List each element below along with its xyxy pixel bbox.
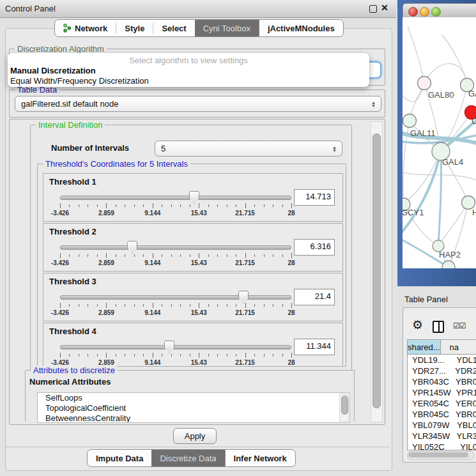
tab-discretize-data[interactable]: Discretize Data bbox=[151, 450, 224, 466]
node-bottom-partial[interactable] bbox=[442, 261, 455, 268]
numerical-attributes-list[interactable]: SelfLoopsTopologicalCoefficientBetweenne… bbox=[37, 392, 350, 423]
control-panel-titlebar: Control Panel bbox=[0, 0, 396, 18]
close-traffic-light-icon[interactable] bbox=[408, 7, 418, 17]
table-row[interactable]: YLR345WYLR3 bbox=[408, 431, 476, 441]
slider-track[interactable] bbox=[60, 245, 291, 250]
table-row[interactable]: YBR043CYBR0 bbox=[408, 376, 476, 387]
threshold-4-value-field[interactable]: 11.344 bbox=[294, 339, 335, 355]
close-icon[interactable]: ✕ bbox=[381, 3, 388, 13]
apply-button[interactable]: Apply bbox=[173, 428, 217, 444]
minimize-traffic-light-icon[interactable] bbox=[420, 7, 429, 17]
svg-text:HAP2: HAP2 bbox=[439, 250, 461, 259]
column-header-name[interactable]: na bbox=[441, 340, 476, 354]
zoom-traffic-light-icon[interactable] bbox=[431, 7, 441, 17]
table-hscrollbar-thumb[interactable] bbox=[408, 452, 468, 457]
threshold-1-panel: Threshold 1 -3.4262.8599.14415.4321.7152… bbox=[43, 173, 343, 222]
divider bbox=[6, 447, 390, 447]
columns-icon[interactable] bbox=[433, 321, 444, 333]
tab-network-label: Network bbox=[75, 24, 107, 33]
settings-scrollbar-thumb[interactable] bbox=[372, 134, 381, 408]
attribute-list-item[interactable]: TopologicalCoefficient bbox=[38, 403, 349, 413]
tab-infer-network[interactable]: Infer Network bbox=[225, 450, 295, 466]
slider-thumb[interactable] bbox=[238, 291, 249, 303]
svg-text:GA: GA bbox=[468, 89, 476, 98]
slider-thumb[interactable] bbox=[189, 191, 199, 204]
table-panel: ⚙ ☑☑ shared... na YDL19...YDL1YDR27...YD… bbox=[403, 307, 476, 463]
slider-ruler bbox=[60, 303, 291, 309]
settings-scroll-pane: Interval Definition Number of Intervals … bbox=[9, 119, 385, 425]
attribute-list-item[interactable]: BetweennessCentrality bbox=[38, 413, 349, 423]
threshold-3-value-field[interactable]: 21.4 bbox=[294, 289, 335, 305]
stepper-arrows-icon: ▲▼ bbox=[371, 101, 376, 107]
svg-text:H: H bbox=[472, 208, 476, 217]
threshold-4-slider[interactable]: -3.4262.8599.14415.4321.71528 bbox=[60, 340, 291, 365]
threshold-4-panel: Threshold 4 -3.4262.8599.14415.4321.7152… bbox=[43, 323, 343, 365]
threshold-1-slider[interactable]: -3.4262.8599.14415.4321.71528 bbox=[60, 190, 291, 216]
slider-ruler bbox=[60, 253, 291, 259]
gear-icon[interactable]: ⚙ bbox=[412, 319, 423, 331]
tab-network[interactable]: Network bbox=[55, 20, 116, 36]
popup-item-manual-discretization[interactable]: Manual Discretization bbox=[10, 66, 96, 75]
threshold-1-label: Threshold 1 bbox=[49, 177, 96, 187]
group-title-interval-definition: Interval Definition bbox=[36, 120, 105, 130]
node-table[interactable]: shared... na YDL19...YDL1YDR27...YDR2YBR… bbox=[407, 339, 476, 450]
table-row[interactable]: YIL052CYIL0 bbox=[408, 441, 476, 450]
column-header-shared-name[interactable]: shared... bbox=[408, 340, 441, 354]
table-row[interactable]: YBL079WYBL0 bbox=[408, 420, 476, 431]
slider-track[interactable] bbox=[60, 196, 291, 200]
svg-text:GAL11: GAL11 bbox=[410, 128, 436, 138]
tab-select[interactable]: Select bbox=[153, 20, 194, 36]
node-gal11[interactable] bbox=[403, 114, 417, 128]
slider-tick-labels: -3.4262.8599.14415.4321.71528 bbox=[60, 259, 291, 266]
attributes-group: Attributes to discretize Numerical Attri… bbox=[25, 370, 355, 422]
slider-thumb[interactable] bbox=[164, 341, 174, 353]
popup-item-equal-width-frequency[interactable]: Equal Width/Frequency Discretization bbox=[10, 76, 149, 86]
control-panel-tabs: Network Style Select Cyni Toolbox jActiv… bbox=[54, 19, 344, 37]
table-row[interactable]: YPR145WYPR1 bbox=[408, 387, 476, 398]
group-title-attributes: Attributes to discretize bbox=[31, 365, 118, 375]
threshold-2-value-field[interactable]: 6.316 bbox=[294, 239, 335, 256]
list-scrollbar[interactable] bbox=[339, 394, 349, 422]
svg-text:C: C bbox=[472, 116, 476, 126]
tab-cyni-toolbox[interactable]: Cyni Toolbox bbox=[195, 20, 259, 36]
threshold-2-slider[interactable]: -3.4262.8599.14415.4321.71528 bbox=[60, 240, 291, 266]
threshold-1-value-field[interactable]: 14.713 bbox=[294, 189, 335, 206]
thresholds-group: Threshold's Coordinates for 5 Intervals … bbox=[37, 164, 346, 367]
slider-tick-labels: -3.4262.8599.14415.4321.71528 bbox=[60, 210, 291, 216]
attribute-list-item[interactable]: SelfLoops bbox=[38, 393, 349, 403]
threshold-3-slider[interactable]: -3.4262.8599.14415.4321.71528 bbox=[60, 290, 291, 316]
group-title-discretization-algorithm: Discretization Algorithm bbox=[15, 44, 107, 54]
numerical-attributes-label: Numerical Attributes bbox=[29, 377, 111, 387]
slider-ruler bbox=[60, 203, 291, 209]
list-scrollbar-thumb[interactable] bbox=[341, 395, 348, 415]
settings-scrollbar[interactable] bbox=[371, 121, 383, 422]
slider-track[interactable] bbox=[60, 295, 291, 300]
table-hscrollbar[interactable] bbox=[407, 451, 474, 460]
table-row[interactable]: YER054CYER0 bbox=[408, 398, 476, 409]
slider-track[interactable] bbox=[60, 345, 291, 349]
threshold-2-panel: Threshold 2 -3.4262.8599.14415.4321.7152… bbox=[43, 223, 343, 272]
slider-thumb[interactable] bbox=[127, 241, 137, 254]
table-panel-title: Table Panel bbox=[404, 295, 448, 304]
node-gal80[interactable] bbox=[418, 77, 431, 90]
table-body: YDL19...YDL1YDR27...YDR2YBR043CYBR0YPR14… bbox=[408, 355, 476, 450]
tab-jactivemnodules[interactable]: jActiveMNodules bbox=[259, 20, 343, 36]
network-graph: GAL80 GA C GAL11 GAL4 GCY1 H HAP2 bbox=[403, 17, 476, 268]
algorithm-dropdown-popup: Select algorithm to view settings Manual… bbox=[8, 53, 369, 87]
threshold-4-label: Threshold 4 bbox=[49, 326, 96, 336]
float-window-icon[interactable] bbox=[369, 5, 377, 13]
table-row[interactable]: YDR27...YDR2 bbox=[408, 365, 476, 376]
threshold-2-label: Threshold 2 bbox=[49, 227, 96, 236]
checkbox-toggle-icons[interactable]: ☑☑ bbox=[453, 321, 466, 330]
table-data-group: Table Data galFiltered.sif default node … bbox=[9, 89, 385, 118]
tab-style[interactable]: Style bbox=[116, 20, 153, 36]
table-data-combobox[interactable]: galFiltered.sif default node ▲▼ bbox=[15, 96, 381, 112]
table-row[interactable]: YDL19...YDL1 bbox=[408, 355, 476, 365]
network-canvas[interactable]: GAL80 GA C GAL11 GAL4 GCY1 H HAP2 bbox=[403, 17, 476, 268]
table-row[interactable]: YBR045CYBR0 bbox=[408, 409, 476, 420]
group-title-thresholds: Threshold's Coordinates for 5 Intervals bbox=[43, 159, 190, 169]
num-intervals-combobox[interactable]: 5 ▲▼ bbox=[155, 141, 342, 157]
tab-impute-data[interactable]: Impute Data bbox=[88, 450, 151, 466]
svg-text:GAL80: GAL80 bbox=[428, 90, 454, 100]
cyni-bottom-tabs: Impute Data Discretize Data Infer Networ… bbox=[87, 449, 296, 467]
